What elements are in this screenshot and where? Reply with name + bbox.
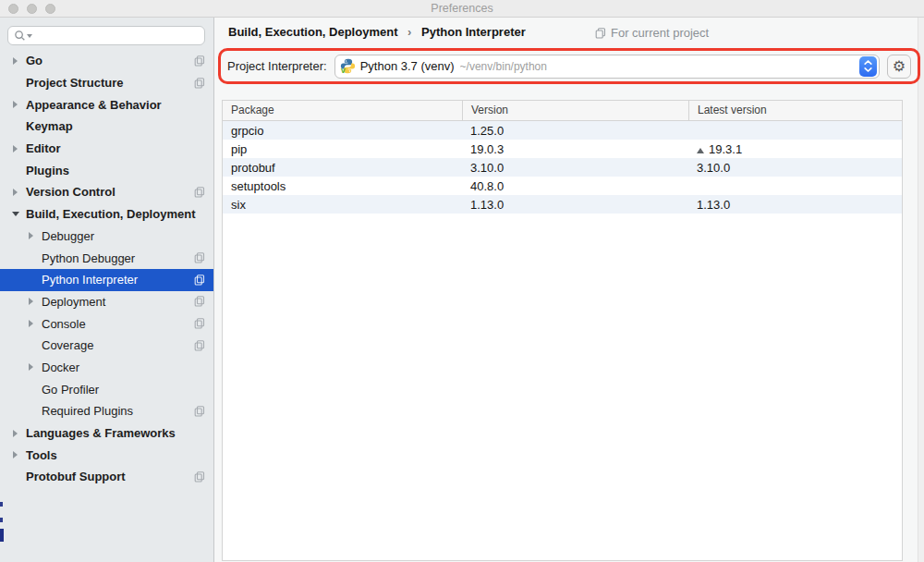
chevron-collapsed-icon[interactable] bbox=[26, 297, 36, 307]
column-header-latest-version: Latest version bbox=[688, 101, 902, 120]
interpreter-settings-button[interactable]: ⚙ bbox=[887, 55, 911, 79]
package-version: 3.10.0 bbox=[462, 161, 688, 175]
per-project-icon bbox=[194, 296, 205, 307]
sidebar-item-plugins[interactable]: Plugins bbox=[0, 159, 213, 181]
package-row-pip[interactable]: pip19.0.319.3.1 bbox=[223, 140, 902, 158]
background-artifact bbox=[0, 518, 3, 522]
sidebar-item-python-interpreter[interactable]: Python Interpreter bbox=[0, 269, 213, 291]
sidebar-item-version-control[interactable]: Version Control bbox=[0, 181, 213, 203]
per-project-icon bbox=[194, 187, 205, 198]
sidebar-item-label: Keymap bbox=[26, 119, 73, 133]
package-version: 40.8.0 bbox=[462, 179, 688, 193]
window-right-gutter bbox=[918, 18, 924, 562]
sidebar-item-go-profiler[interactable]: Go Profiler bbox=[0, 378, 213, 400]
chevron-collapsed-icon[interactable] bbox=[10, 428, 20, 438]
zoom-window-button[interactable] bbox=[45, 4, 55, 14]
chevron-collapsed-icon[interactable] bbox=[10, 450, 20, 460]
package-row-setuptools[interactable]: setuptools40.8.0 bbox=[223, 177, 902, 195]
package-name: pip bbox=[223, 142, 462, 156]
package-name: grpcio bbox=[223, 124, 462, 138]
sidebar-item-deployment[interactable]: Deployment bbox=[0, 291, 213, 313]
chevron-collapsed-icon[interactable] bbox=[26, 231, 36, 241]
scope-indicator: For current project bbox=[595, 26, 709, 40]
sidebar-item-label: Required Plugins bbox=[42, 404, 133, 418]
sidebar-item-label: Deployment bbox=[42, 295, 105, 309]
sidebar-item-label: Project Structure bbox=[26, 76, 123, 90]
package-name: setuptools bbox=[223, 179, 462, 193]
sidebar-item-keymap[interactable]: Keymap bbox=[0, 116, 213, 138]
chevron-expanded-icon[interactable] bbox=[10, 209, 20, 219]
column-header-package: Package bbox=[223, 101, 462, 120]
chevron-collapsed-icon[interactable] bbox=[26, 319, 36, 329]
sidebar-item-protobuf-support[interactable]: Protobuf Support bbox=[0, 466, 213, 488]
window-title: Preferences bbox=[0, 0, 924, 17]
sidebar-item-label: Plugins bbox=[26, 164, 69, 177]
package-table-body: grpcio1.25.0pip19.0.319.3.1protobuf3.10.… bbox=[223, 121, 902, 214]
sidebar-item-required-plugins[interactable]: Required Plugins bbox=[0, 400, 213, 422]
arrow-spacer bbox=[26, 385, 36, 395]
breadcrumb: Build, Execution, Deployment › Python In… bbox=[228, 25, 526, 39]
package-version: 1.25.0 bbox=[462, 124, 688, 138]
scope-label: For current project bbox=[611, 26, 709, 40]
project-interpreter-label: Project Interpreter: bbox=[227, 59, 327, 73]
sidebar-item-label: Editor bbox=[26, 141, 61, 155]
interpreter-path: ~/venv/bin/python bbox=[460, 60, 547, 73]
settings-search-field[interactable] bbox=[7, 26, 205, 45]
column-header-version: Version bbox=[462, 101, 688, 120]
chevron-collapsed-icon[interactable] bbox=[10, 143, 20, 153]
sidebar-item-build-execution-deployment[interactable]: Build, Execution, Deployment bbox=[0, 203, 213, 226]
package-latest-version: 3.10.0 bbox=[688, 161, 902, 175]
breadcrumb-segment[interactable]: Python Interpreter bbox=[421, 25, 526, 39]
current-project-icon bbox=[595, 28, 606, 39]
chevron-collapsed-icon[interactable] bbox=[10, 100, 20, 110]
dropdown-stepper-icon[interactable] bbox=[859, 56, 877, 77]
preferences-window: Preferences GoProject StructureAppearanc… bbox=[0, 0, 924, 562]
per-project-icon bbox=[194, 406, 205, 417]
sidebar-item-label: Tools bbox=[26, 448, 57, 462]
python-venv-icon: v bbox=[340, 58, 356, 74]
sidebar-item-tools[interactable]: Tools bbox=[0, 444, 213, 466]
package-row-grpcio[interactable]: grpcio1.25.0 bbox=[223, 121, 902, 140]
sidebar-item-coverage[interactable]: Coverage bbox=[0, 335, 213, 357]
background-artifact bbox=[0, 502, 3, 507]
interpreter-name: Python 3.7 (venv) bbox=[360, 59, 455, 73]
arrow-spacer bbox=[26, 253, 36, 263]
chevron-collapsed-icon[interactable] bbox=[10, 187, 20, 197]
sidebar-item-languages-frameworks[interactable]: Languages & Frameworks bbox=[0, 422, 213, 445]
sidebar-item-editor[interactable]: Editor bbox=[0, 138, 213, 160]
sidebar-item-project-structure[interactable]: Project Structure bbox=[0, 72, 213, 94]
sidebar-item-debugger[interactable]: Debugger bbox=[0, 226, 213, 248]
per-project-icon bbox=[194, 78, 205, 89]
close-window-button[interactable] bbox=[8, 4, 18, 14]
package-table-header: Package Version Latest version bbox=[223, 101, 902, 121]
chevron-collapsed-icon[interactable] bbox=[26, 362, 36, 373]
sidebar-item-python-debugger[interactable]: Python Debugger bbox=[0, 247, 213, 269]
per-project-icon bbox=[194, 318, 205, 329]
sidebar-item-docker[interactable]: Docker bbox=[0, 357, 213, 379]
search-options-caret-icon[interactable] bbox=[27, 34, 32, 38]
per-project-icon bbox=[194, 252, 205, 263]
package-row-six[interactable]: six1.13.01.13.0 bbox=[223, 195, 902, 214]
package-version: 19.0.3 bbox=[462, 142, 688, 156]
package-name: protobuf bbox=[223, 161, 462, 175]
package-row-protobuf[interactable]: protobuf3.10.03.10.0 bbox=[223, 158, 902, 177]
minimize-window-button[interactable] bbox=[27, 4, 37, 14]
sidebar-item-label: Appearance & Behavior bbox=[26, 98, 162, 112]
chevron-collapsed-icon[interactable] bbox=[10, 55, 20, 66]
sidebar-item-label: Python Interpreter bbox=[42, 273, 138, 287]
sidebar-item-go[interactable]: Go bbox=[0, 50, 213, 72]
background-artifact bbox=[0, 529, 4, 542]
sidebar-item-label: Version Control bbox=[26, 185, 116, 199]
upgrade-available-icon bbox=[697, 148, 704, 153]
interpreter-select[interactable]: v Python 3.7 (venv) ~/venv/bin/python bbox=[334, 55, 880, 79]
per-project-icon bbox=[194, 55, 205, 67]
package-latest-version: 1.13.0 bbox=[688, 198, 902, 212]
package-latest-version: 19.3.1 bbox=[688, 142, 902, 156]
search-input[interactable] bbox=[36, 30, 199, 43]
breadcrumb-segment[interactable]: Build, Execution, Deployment bbox=[228, 25, 397, 39]
sidebar-item-appearance-behavior[interactable]: Appearance & Behavior bbox=[0, 93, 213, 116]
search-icon bbox=[14, 30, 26, 42]
arrow-spacer bbox=[26, 275, 36, 285]
sidebar-item-console[interactable]: Console bbox=[0, 312, 213, 335]
sidebar-item-label: Build, Execution, Deployment bbox=[26, 207, 195, 221]
